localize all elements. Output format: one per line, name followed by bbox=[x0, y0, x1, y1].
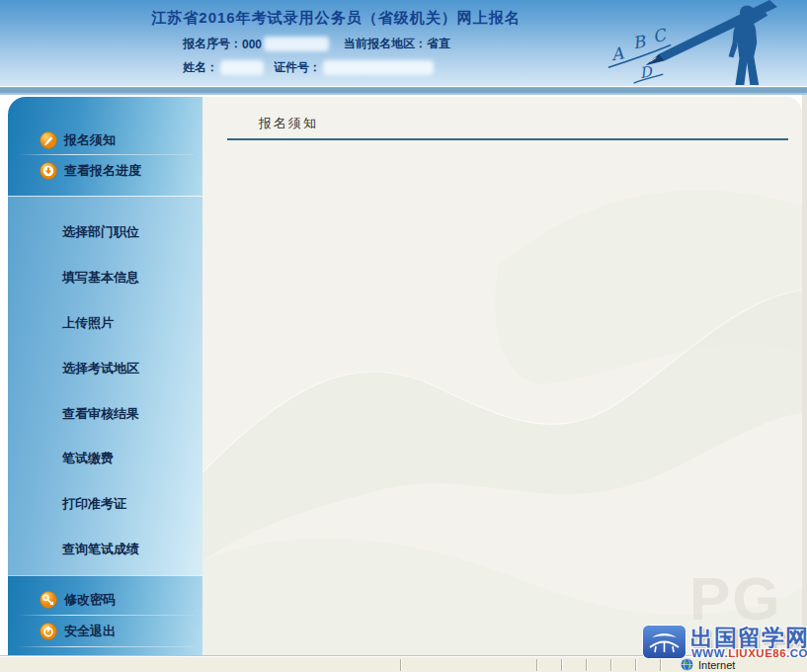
status-separator bbox=[536, 659, 538, 671]
registration-info-line2: 姓名：证件号： bbox=[183, 59, 434, 76]
sidebar-item-logout[interactable]: 安全退出 bbox=[8, 621, 202, 642]
svg-text:A: A bbox=[608, 42, 625, 64]
registration-info-line1: 报名序号：000当前报名地区：省直 bbox=[183, 36, 450, 52]
status-separator bbox=[635, 659, 637, 671]
redacted-reg-number bbox=[264, 37, 329, 51]
id-label: 证件号： bbox=[274, 59, 321, 76]
sidebar-item-label: 查看报名进度 bbox=[64, 162, 141, 180]
name-label: 姓名： bbox=[183, 59, 218, 76]
sidebar-item-label: 修改密码 bbox=[64, 591, 116, 609]
sidebar-item-select-position[interactable]: 选择部门职位 bbox=[8, 221, 202, 243]
pen-icon bbox=[40, 131, 57, 149]
svg-text:D: D bbox=[639, 62, 655, 81]
browser-status-bar: Internet bbox=[0, 655, 807, 672]
area-value: 省直 bbox=[427, 36, 450, 52]
sidebar-middle-section bbox=[8, 196, 202, 575]
status-separator bbox=[586, 659, 588, 671]
heading-underline bbox=[227, 138, 788, 140]
svg-text:B: B bbox=[631, 31, 648, 52]
person-silhouette-icon bbox=[729, 5, 768, 85]
status-zone-label: Internet bbox=[698, 659, 735, 671]
navigation-sidebar: 报名须知 查看报名进度 选择部门职位 填写基本信息 上传照片 选择考试地区 查看… bbox=[8, 97, 202, 655]
area-label: 当前报名地区： bbox=[344, 36, 427, 52]
redacted-name bbox=[220, 60, 264, 75]
reg-number-label: 报名序号： bbox=[183, 36, 242, 52]
page-header: 江苏省2016年考试录用公务员（省级机关）网上报名 报名序号：000当前报名地区… bbox=[0, 0, 807, 86]
sidebar-item-basic-info[interactable]: 填写基本信息 bbox=[8, 267, 202, 289]
sidebar-item-exam-payment[interactable]: 笔试缴费 bbox=[8, 448, 202, 469]
status-separator bbox=[610, 659, 612, 671]
sidebar-item-label: 选择部门职位 bbox=[62, 223, 139, 241]
internet-globe-icon bbox=[681, 658, 693, 671]
status-separator bbox=[400, 659, 402, 671]
content-heading: 报名须知 bbox=[259, 115, 318, 132]
sidebar-separator bbox=[18, 154, 194, 155]
header-divider-bar bbox=[0, 86, 807, 95]
abcd-letters: A B C D bbox=[608, 24, 670, 81]
sidebar-item-label: 查询笔试成绩 bbox=[62, 541, 139, 558]
sidebar-item-select-exam-area[interactable]: 选择考试地区 bbox=[8, 358, 202, 379]
sidebar-item-change-password[interactable]: 修改密码 bbox=[8, 589, 202, 611]
status-separator bbox=[561, 659, 563, 671]
sidebar-item-exam-score[interactable]: 查询笔试成绩 bbox=[8, 539, 202, 560]
reg-number-value: 000 bbox=[242, 38, 262, 51]
sidebar-item-label: 安全退出 bbox=[64, 623, 116, 640]
background-waves bbox=[202, 97, 802, 655]
pen-icon bbox=[659, 0, 777, 60]
sidebar-separator bbox=[18, 646, 194, 647]
content-panel: 报名须知 bbox=[202, 97, 802, 655]
progress-icon bbox=[40, 162, 57, 180]
sidebar-item-label: 笔试缴费 bbox=[62, 450, 114, 467]
sidebar-separator bbox=[18, 615, 194, 616]
sidebar-item-label: 选择考试地区 bbox=[62, 360, 139, 378]
page-title: 江苏省2016年考试录用公务员（省级机关）网上报名 bbox=[0, 9, 672, 28]
sidebar-item-label: 填写基本信息 bbox=[62, 269, 139, 287]
redacted-id-number bbox=[323, 60, 434, 75]
power-icon bbox=[40, 623, 57, 640]
sidebar-item-registration-notice[interactable]: 报名须知 bbox=[8, 129, 202, 151]
sidebar-item-print-ticket[interactable]: 打印准考证 bbox=[8, 493, 202, 515]
sidebar-item-label: 查看审核结果 bbox=[62, 405, 139, 423]
sidebar-item-check-progress[interactable]: 查看报名进度 bbox=[8, 160, 202, 182]
sidebar-item-label: 报名须知 bbox=[64, 131, 116, 149]
status-separator bbox=[660, 659, 662, 671]
sidebar-item-upload-photo[interactable]: 上传照片 bbox=[8, 312, 202, 334]
sidebar-item-label: 打印准考证 bbox=[62, 495, 126, 513]
page-right-edge bbox=[802, 95, 807, 655]
sidebar-item-review-result[interactable]: 查看审核结果 bbox=[8, 403, 202, 425]
sidebar-item-label: 上传照片 bbox=[62, 314, 114, 332]
key-icon bbox=[40, 591, 57, 609]
